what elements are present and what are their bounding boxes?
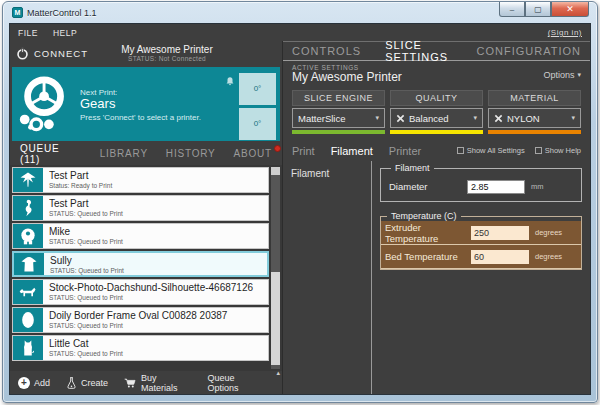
diameter-input[interactable] — [467, 180, 525, 194]
flask-icon — [66, 377, 77, 389]
tab-filament[interactable]: Filament — [331, 145, 373, 157]
next-print-hint: Press 'Connect' to select a printer. — [80, 113, 225, 122]
queue-scrollbar[interactable] — [271, 167, 280, 369]
chevron-down-icon: ▾ — [577, 71, 581, 79]
queue-item-title: Little Cat — [49, 338, 268, 350]
material-dropdown[interactable]: NYLON ▾ — [488, 108, 581, 128]
extruder-temperature-label: Extruder Temperature — [385, 222, 471, 244]
queue-item-selected[interactable]: Sully STATUS: Queued to Print — [12, 251, 269, 277]
add-button[interactable]: + Add — [18, 377, 50, 389]
screenshot-stage: M MatterControl 1.1 – ▢ ✕ FILE HELP (Sig… — [0, 0, 600, 405]
queue-item-status: STATUS: Queued to Print — [49, 238, 268, 245]
queue-item-title: Stock-Photo-Dachshund-Silhouette-4668712… — [49, 282, 268, 294]
queue-item-title: Mike — [49, 226, 268, 238]
bed-temperature-input[interactable] — [471, 250, 529, 264]
right-tab-bar: CONTROLS SLICE SETTINGS CONFIGURATION — [283, 41, 590, 61]
app-icon: M — [12, 7, 23, 18]
minimize-button[interactable]: – — [499, 2, 525, 17]
next-print-text: Next Print: Gears Press 'Connect' to sel… — [80, 86, 225, 122]
active-settings-value: My Awesome Printer — [292, 71, 402, 85]
plus-icon: + — [18, 377, 30, 389]
show-all-settings-checkbox[interactable]: Show All Settings — [457, 146, 525, 155]
tab-queue[interactable]: QUEUE (11) — [20, 143, 82, 165]
quality-dropdown[interactable]: Balanced ▾ — [390, 108, 483, 128]
chevron-down-icon: ▾ — [473, 114, 477, 122]
settings-subnav: Filament — [283, 161, 372, 394]
chevron-down-icon: ▾ — [375, 114, 379, 122]
tab-history[interactable]: HISTORY — [166, 148, 216, 159]
next-print-name: Gears — [80, 97, 225, 112]
create-button[interactable]: Create — [66, 377, 108, 389]
extruder-temperature-unit: degrees — [535, 228, 577, 237]
bed-temperature-row: Bed Temperature degrees — [381, 245, 581, 269]
maximize-button[interactable]: ▢ — [525, 2, 551, 17]
filament-group: Filament Diameter mm — [380, 163, 582, 202]
temperature-group-legend: Temperature (C) — [387, 211, 461, 221]
queue-toolbar: ▴ + Add Create — [10, 371, 282, 394]
next-print-panel[interactable]: Next Print: Gears Press 'Connect' to sel… — [12, 67, 280, 141]
queue-item-title: Test Part — [49, 198, 268, 210]
slice-engine-color-bar — [292, 130, 385, 134]
printer-status: STATUS: Not Connected — [88, 55, 246, 62]
queue-item-title: Test Part — [49, 170, 268, 182]
bed-temperature-unit: degrees — [535, 252, 577, 261]
sign-in-link[interactable]: (Sign in) — [548, 28, 582, 37]
connect-button[interactable]: CONNECT — [16, 47, 88, 60]
quality-color-bar — [390, 130, 483, 134]
app-window: M MatterControl 1.1 – ▢ ✕ FILE HELP (Sig… — [2, 1, 598, 403]
queue-item[interactable]: Little Cat STATUS: Queued to Print — [12, 335, 269, 361]
settings-body: Filament Filament Diameter mm — [283, 161, 590, 394]
queue-item[interactable]: Stock-Photo-Dachshund-Silhouette-4668712… — [12, 279, 269, 305]
chevron-down-icon: ▾ — [571, 114, 575, 122]
slice-engine-selector: SLICE ENGINE MatterSlice ▾ — [292, 90, 385, 134]
queue-item[interactable]: Mike STATUS: Queued to Print — [12, 223, 269, 249]
menu-file[interactable]: FILE — [18, 28, 38, 38]
extruder-temperature-input[interactable] — [471, 226, 529, 240]
connect-label: CONNECT — [34, 48, 88, 59]
menu-help[interactable]: HELP — [53, 28, 77, 38]
gears-thumbnail — [12, 73, 80, 135]
scrollbar-thumb[interactable] — [271, 272, 280, 365]
cart-icon — [124, 377, 137, 389]
tab-configuration[interactable]: CONFIGURATION — [477, 45, 581, 57]
tab-library[interactable]: LIBRARY — [100, 148, 148, 159]
diameter-label: Diameter — [389, 181, 467, 192]
queue-options-button[interactable]: Queue Options — [208, 373, 264, 393]
printer-name: My Awesome Printer — [88, 44, 246, 55]
dachshund-icon — [13, 280, 43, 304]
selector-row: SLICE ENGINE MatterSlice ▾ QUALITY — [292, 90, 581, 134]
cat-icon — [13, 336, 43, 360]
extruder-temp-widget[interactable]: 0° — [239, 73, 276, 105]
queue-item[interactable]: Doily Border Frame Oval C00828 20387 STA… — [12, 307, 269, 333]
quality-header: QUALITY — [390, 90, 483, 106]
slice-engine-dropdown[interactable]: MatterSlice ▾ — [292, 108, 385, 128]
queue-item-status: STATUS: Queued to Print — [49, 322, 268, 329]
tab-controls[interactable]: CONTROLS — [292, 45, 361, 57]
tab-print[interactable]: Print — [292, 145, 315, 157]
tab-slice-settings[interactable]: SLICE SETTINGS — [385, 39, 452, 63]
window-titlebar[interactable]: M MatterControl 1.1 – ▢ ✕ — [3, 2, 597, 23]
scroll-up-button[interactable] — [271, 167, 280, 175]
queue-item-title: Doily Border Frame Oval C00828 20387 — [49, 310, 268, 322]
buy-materials-button[interactable]: Buy Materials — [124, 373, 192, 393]
queue-item[interactable]: Test Part STATUS: Queued to Print — [12, 195, 269, 221]
queue-item[interactable]: Test Part Status: Ready to Print — [12, 167, 269, 193]
close-button[interactable]: ✕ — [551, 2, 589, 17]
subnav-item-filament[interactable]: Filament — [287, 166, 371, 181]
tools-icon — [494, 114, 503, 123]
power-icon — [16, 47, 29, 60]
tab-about[interactable]: ABOUT — [234, 148, 272, 159]
queue-item-title: Sully — [50, 255, 267, 267]
tab-printer[interactable]: Printer — [389, 145, 421, 157]
active-settings-row: ACTIVE SETTINGS My Awesome Printer Optio… — [283, 61, 590, 89]
queue-item-status: STATUS: Queued to Print — [49, 294, 268, 301]
material-header: MATERIAL — [488, 90, 581, 106]
bed-temp-widget[interactable]: 0° — [239, 108, 276, 140]
material-selector: MATERIAL NYLON ▾ — [488, 90, 581, 134]
options-dropdown[interactable]: Options ▾ — [543, 70, 581, 80]
gears-graphic — [15, 73, 77, 135]
queue-item-status: STATUS: Queued to Print — [50, 267, 267, 274]
show-help-checkbox[interactable]: Show Help — [535, 146, 581, 155]
bed-temperature-label: Bed Temperature — [385, 251, 471, 262]
diameter-unit: mm — [531, 182, 573, 191]
